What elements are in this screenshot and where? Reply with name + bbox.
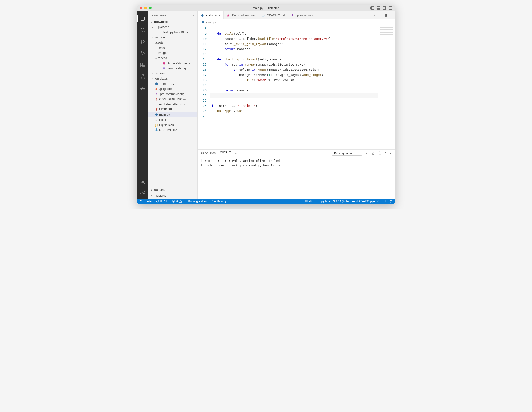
run-button-icon[interactable]: ▷: [372, 13, 375, 17]
tree-file[interactable]: ≡Pipfile: [148, 117, 197, 122]
tree-file[interactable]: { }Pipfile.lock: [148, 122, 197, 127]
explorer-more-icon[interactable]: ···: [191, 14, 194, 17]
activity-docker[interactable]: [137, 83, 148, 94]
project-root[interactable]: ⌄ TICTACTOE: [148, 19, 197, 24]
chevron-right-icon: ›: [154, 46, 157, 49]
svg-rect-6: [143, 63, 145, 65]
activity-settings[interactable]: [137, 188, 148, 198]
chevron-right-icon: ›: [154, 51, 157, 54]
activity-search[interactable]: [137, 25, 148, 35]
editor-tab[interactable]: ◉Demo Video.mov: [224, 11, 258, 19]
editor-tab[interactable]: !.pre-commit-: [288, 11, 317, 19]
tree-label: __init__.py: [159, 82, 174, 85]
editor-tab[interactable]: ⓘREADME.md: [258, 11, 288, 19]
editor-tab[interactable]: ⬢main.py×: [198, 11, 224, 19]
status-encoding[interactable]: UTF-8: [304, 200, 312, 203]
tree-file[interactable]: ⓘREADME.md: [148, 127, 197, 132]
output-body[interactable]: [Error - 3:11:43 PM] Starting client fai…: [198, 157, 395, 198]
lock-scroll-icon[interactable]: [371, 151, 375, 155]
activity-source-control[interactable]: [137, 37, 148, 47]
tree-file[interactable]: ⬢main.py: [148, 112, 197, 117]
svg-rect-5: [141, 63, 142, 65]
tree-label: images: [158, 51, 168, 55]
svg-point-4: [141, 52, 142, 52]
tree-folder[interactable]: ›templates: [148, 76, 197, 81]
tree-label: .vscode: [154, 36, 165, 39]
panel-tab-output[interactable]: OUTPUT: [220, 151, 231, 156]
panel-chevron-up-icon[interactable]: ⌃: [384, 152, 387, 155]
tree-label: exclude-patterns.txt: [159, 103, 186, 106]
status-bell-icon[interactable]: [389, 200, 392, 203]
chevron-down-icon: ⌄: [151, 26, 154, 28]
activity-accounts[interactable]: [137, 177, 148, 187]
tree-folder[interactable]: ›fonts: [148, 45, 197, 50]
panel-tab-problems[interactable]: PROBLEMS: [201, 152, 216, 155]
minimap-preview: [380, 26, 393, 37]
layout-right-icon[interactable]: [383, 6, 386, 9]
tree-file[interactable]: ≡test.cpython-39.pyc: [148, 29, 197, 35]
tree-folder[interactable]: ⌄__pycache__: [148, 24, 197, 29]
activity-extensions[interactable]: [137, 60, 148, 70]
tree-folder[interactable]: ⌄assets: [148, 40, 197, 45]
tab-label: .pre-commit-: [296, 14, 314, 17]
tree-file[interactable]: ◉Demo Video.mov: [148, 60, 197, 66]
line-gutter: 8910111213141516171819202122232425: [198, 25, 209, 149]
tree-file[interactable]: ❡LICENSE: [148, 107, 197, 112]
breadcrumbs[interactable]: ⬢ main.py › ...: [198, 19, 395, 25]
status-problems[interactable]: 0 0: [172, 200, 185, 203]
output-channel-select[interactable]: KvLang Server ⌄: [332, 151, 362, 156]
open-log-icon[interactable]: [378, 151, 382, 155]
status-bar: master 8↓ 11↑ 0 0 KvLang Python Run Main…: [137, 198, 395, 204]
tree-label: test.cpython-39.pyc: [163, 30, 190, 34]
editor-tab-actions: ▷ ⌄ ···: [370, 13, 395, 18]
split-editor-icon[interactable]: [383, 14, 387, 17]
status-feedback-icon[interactable]: [383, 200, 386, 203]
layout-left-icon[interactable]: [370, 6, 374, 9]
tree-file[interactable]: ❡CONTRIBUTING.md: [148, 96, 197, 102]
tree-label: CONTRIBUTING.md: [159, 97, 188, 101]
git-icon: ◆: [154, 87, 158, 91]
outline-section[interactable]: › OUTLINE: [148, 187, 197, 193]
project-name: TICTACTOE: [154, 21, 168, 23]
editor-more-icon[interactable]: ···: [389, 13, 392, 17]
minimap[interactable]: [378, 25, 395, 149]
tree-file[interactable]: !.pre-commit-config....: [148, 91, 197, 96]
status-lang[interactable]: python: [322, 200, 330, 203]
tree-file[interactable]: ⬢__init__.py: [148, 81, 197, 86]
tree-label: __pycache__: [154, 25, 172, 29]
video-icon: ◉: [162, 61, 166, 65]
tree-label: screens: [154, 72, 165, 75]
tree-file[interactable]: ▣demo_video.gif: [148, 66, 197, 71]
layout-grid-icon[interactable]: [389, 6, 392, 9]
clear-output-icon[interactable]: [365, 151, 369, 155]
tree-folder[interactable]: ›images: [148, 50, 197, 55]
tree-file[interactable]: ≡exclude-patterns.txt: [148, 102, 197, 107]
video-icon: ◉: [227, 14, 230, 17]
close-icon[interactable]: ×: [219, 14, 221, 17]
activity-run-debug[interactable]: [137, 48, 148, 58]
svg-point-14: [142, 193, 143, 194]
tree-folder[interactable]: ›.vscode: [148, 35, 197, 40]
activity-explorer[interactable]: [137, 13, 148, 23]
status-kvlang[interactable]: KvLang Python: [188, 200, 207, 203]
run-dropdown-icon[interactable]: ⌄: [378, 13, 380, 18]
status-branch[interactable]: master: [140, 200, 153, 203]
panel-close-icon[interactable]: ✕: [390, 152, 391, 155]
tree-label: .gitignore: [159, 87, 172, 91]
status-sync[interactable]: 8↓ 11↑: [156, 200, 169, 203]
editor-group: ⬢main.py×◉Demo Video.movⓘREADME.md!.pre-…: [198, 11, 395, 198]
layout-bottom-icon[interactable]: [377, 6, 380, 9]
timeline-section[interactable]: › TIMELINE: [148, 193, 197, 198]
code-editor[interactable]: ​ def build(self): manager = Builder.loa…: [209, 25, 378, 149]
status-interpreter[interactable]: 3.9.10 ('tictactoe-rNbGVAL9': pipenv): [333, 200, 379, 203]
explorer-title: EXPLORER: [152, 14, 167, 17]
svg-point-17: [140, 202, 141, 202]
status-eol[interactable]: LF: [315, 200, 318, 203]
status-run[interactable]: Run Main.py: [211, 200, 227, 203]
tree-folder[interactable]: ›screens: [148, 71, 197, 76]
svg-point-13: [142, 180, 144, 182]
tree-folder[interactable]: ⌄videos: [148, 55, 197, 60]
activity-testing[interactable]: [137, 72, 148, 82]
tree-file[interactable]: ◆.gitignore: [148, 86, 197, 91]
panel-tab-more[interactable]: ···: [235, 152, 238, 155]
